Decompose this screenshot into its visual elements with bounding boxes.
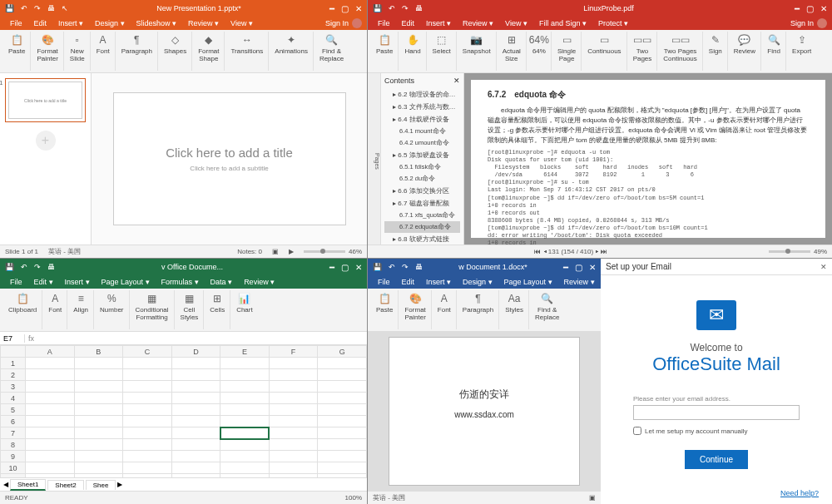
- cell-B9[interactable]: [74, 451, 123, 462]
- close-icon[interactable]: ✕: [820, 4, 827, 13]
- cell-D9[interactable]: [171, 451, 220, 462]
- print-icon[interactable]: 🖶: [47, 4, 55, 12]
- menu-insert[interactable]: Insert ▾: [421, 277, 456, 287]
- col-header-C[interactable]: C: [123, 346, 172, 358]
- need-help-link[interactable]: Need help?: [780, 489, 819, 497]
- ribbon-snapshot[interactable]: 📷Snapshot: [458, 32, 497, 71]
- cursor-icon[interactable]: ↖: [62, 4, 68, 12]
- cell-A4[interactable]: [26, 393, 75, 404]
- cell-E4[interactable]: [220, 393, 270, 404]
- ribbon-chart[interactable]: 📊Chart: [231, 290, 258, 329]
- page-nav-next-icon[interactable]: ▶: [595, 248, 598, 255]
- zoom-level[interactable]: 49%: [814, 248, 827, 255]
- cell-C10[interactable]: [123, 462, 172, 474]
- ribbon-format-painter[interactable]: 🎨Format Painter: [32, 32, 63, 71]
- fx-icon[interactable]: fx: [25, 334, 37, 343]
- cell-E8[interactable]: [220, 439, 270, 451]
- pdf-page-view[interactable]: 6.7.2 edquota 命令 edquota 命令用于编辑用户的 quota…: [464, 73, 832, 245]
- cell-G8[interactable]: [318, 439, 367, 451]
- ribbon-select[interactable]: ⬚Select: [428, 32, 457, 71]
- ribbon-export[interactable]: ⇪Export: [787, 32, 816, 71]
- row-header-6[interactable]: 6: [1, 416, 26, 427]
- toc-item[interactable]: ▸ 6.8 软硬方式链接: [384, 233, 460, 245]
- maximize-icon[interactable]: ▢: [806, 4, 814, 13]
- ribbon-two-pages[interactable]: ▭▭Two Pages: [628, 32, 658, 71]
- menu-review[interactable]: Review ▾: [183, 18, 224, 28]
- sheet-tab-3[interactable]: Shee: [86, 480, 116, 490]
- minimize-icon[interactable]: ━: [563, 263, 568, 272]
- cell-C4[interactable]: [123, 393, 172, 404]
- cell-G2[interactable]: [318, 369, 367, 381]
- menu-edit[interactable]: Edit: [397, 18, 420, 28]
- row-header-7[interactable]: 7: [1, 427, 26, 439]
- menu-file[interactable]: File: [5, 18, 27, 28]
- ribbon-find--replace[interactable]: 🔍Find & Replace: [530, 290, 564, 329]
- menu-file[interactable]: File: [373, 277, 395, 287]
- ribbon-review[interactable]: 💬Review: [729, 32, 761, 71]
- row-header-8[interactable]: 8: [1, 439, 26, 451]
- ribbon-font[interactable]: AFont: [433, 290, 457, 329]
- pages-tab[interactable]: Pages: [374, 153, 380, 170]
- menu-edit[interactable]: Edit: [397, 277, 420, 287]
- cell-C1[interactable]: [123, 358, 172, 369]
- cell-D3[interactable]: [171, 381, 220, 393]
- cell-E7[interactable]: [220, 427, 270, 439]
- cell-F9[interactable]: [269, 451, 318, 462]
- save-icon[interactable]: 💾: [5, 263, 14, 271]
- ribbon-paragraph[interactable]: ¶Paragraph: [458, 290, 499, 329]
- cell-G7[interactable]: [318, 427, 367, 439]
- ribbon-align[interactable]: ≡Align: [68, 290, 94, 329]
- cell-C6[interactable]: [123, 416, 172, 427]
- ribbon-shapes[interactable]: ◇Shapes: [159, 32, 192, 71]
- toc-item[interactable]: ▸ 6.7 磁盘容量配额: [384, 197, 460, 210]
- view-normal-icon[interactable]: ▣: [272, 248, 279, 255]
- cell-G5[interactable]: [318, 404, 367, 416]
- ribbon-font[interactable]: AFont: [43, 290, 67, 329]
- zoom-level[interactable]: 46%: [349, 248, 362, 255]
- redo-icon[interactable]: ↷: [402, 4, 409, 12]
- ribbon-format-shape[interactable]: ◆Format Shape: [193, 32, 225, 71]
- toc-item[interactable]: ▸ 6.5 添加硬盘设备: [384, 149, 460, 161]
- ribbon-hand[interactable]: ✋Hand: [399, 32, 426, 71]
- menu-view[interactable]: View ▾: [500, 18, 532, 28]
- menu-data[interactable]: Data ▾: [206, 277, 238, 287]
- cell-C2[interactable]: [123, 369, 172, 381]
- toc-item[interactable]: ▸ 6.2 物理设备的命名规则: [384, 88, 460, 101]
- cell-B2[interactable]: [74, 369, 123, 381]
- ribbon-paste[interactable]: 📋Paste: [371, 32, 399, 71]
- cell-G3[interactable]: [318, 381, 367, 393]
- signin[interactable]: Sign In: [325, 18, 362, 28]
- minimize-icon[interactable]: ━: [329, 4, 334, 13]
- menu-view[interactable]: View ▾: [225, 18, 258, 28]
- page-nav-prev-icon[interactable]: ◀: [543, 248, 547, 255]
- ribbon-clipboard[interactable]: 📋Clipboard: [3, 290, 42, 329]
- view-page-icon[interactable]: ▣: [589, 494, 596, 502]
- ribbon-paragraph[interactable]: ¶Paragraph: [116, 32, 158, 71]
- ribbon-find--replace[interactable]: 🔍Find & Replace: [314, 32, 349, 71]
- cell-B7[interactable]: [74, 427, 123, 439]
- sheet-tab-2[interactable]: Sheet2: [47, 480, 83, 490]
- ribbon-cell-styles[interactable]: ▦Cell Styles: [176, 290, 205, 329]
- email-input[interactable]: [633, 405, 800, 420]
- menu-fillsign[interactable]: Fill and Sign ▾: [534, 18, 592, 28]
- cell-F1[interactable]: [269, 358, 318, 369]
- toc-item[interactable]: 6.7.2 edquota命令: [384, 221, 460, 233]
- cell-E2[interactable]: [220, 369, 270, 381]
- slide-title-placeholder[interactable]: Click here to add a title: [166, 146, 293, 160]
- ribbon-styles[interactable]: AaStyles: [500, 290, 529, 329]
- col-header-E[interactable]: E: [220, 346, 270, 358]
- row-header-2[interactable]: 2: [1, 369, 26, 381]
- cell-B10[interactable]: [74, 462, 123, 474]
- ribbon-number[interactable]: %Number: [95, 290, 129, 329]
- cell-C8[interactable]: [123, 439, 172, 451]
- cell-D7[interactable]: [171, 427, 220, 439]
- col-header-B[interactable]: B: [74, 346, 123, 358]
- cell-E1[interactable]: [220, 358, 270, 369]
- ribbon-sign[interactable]: ✎Sign: [704, 32, 728, 71]
- cell-F3[interactable]: [269, 381, 318, 393]
- corner-cell[interactable]: [1, 346, 26, 358]
- menu-edit[interactable]: Edit: [29, 18, 52, 28]
- menu-formulas[interactable]: Formulas ▾: [156, 277, 204, 287]
- print-icon[interactable]: 🖶: [415, 263, 423, 271]
- cell-B5[interactable]: [74, 404, 123, 416]
